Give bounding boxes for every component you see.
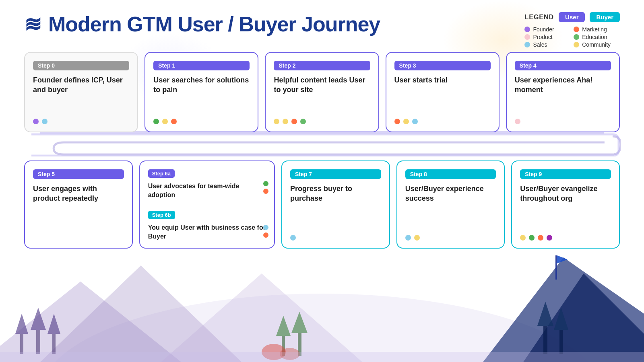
step-9-badge: Step 9 [520,169,611,179]
bottom-row: Step 5 User engages with product repeate… [20,160,624,249]
legend-header: LEGEND User Buyer [524,12,620,22]
step-6b-description: You equip User with business case for Bu… [148,223,266,241]
legend-item-marketing: Marketing [574,26,611,33]
svg-rect-7 [543,326,547,354]
step-4-dots [515,119,611,124]
step-6a-dots-right [263,181,268,194]
landscape-decoration [0,233,644,362]
step-6a-badge: Step 6a [148,169,175,178]
step-0-badge: Step 0 [33,61,129,70]
product-label: Product [533,34,552,40]
step-4-description: User experiences Aha! moment [515,75,611,113]
svg-rect-9 [559,330,563,354]
step-8-card: Step 8 User/Buyer experience success [396,160,505,249]
step-9-dot-3 [538,235,543,241]
legend-badge-user: User [559,12,585,22]
main-title: Modern GTM User / Buyer Journey [48,12,380,36]
step-9-dot-1 [520,235,526,241]
product-dot [524,34,530,40]
step-1-description: User searches for solutions to pain [153,75,250,113]
step-9-description: User/Buyer evangelize throughout org [520,184,611,229]
step-3-dot-2 [403,119,409,124]
step-2-dots [274,119,370,124]
step-4-card: Step 4 User experiences Aha! moment [506,52,620,132]
sales-label: Sales [533,41,547,48]
legend-item-founder: Founder [524,26,561,33]
founder-label: Founder [533,26,554,33]
svg-rect-17 [555,255,557,280]
step-3-dots [394,119,491,124]
step-0-dot-1 [33,119,39,124]
top-row: Step 0 Founder defines ICP, User and buy… [20,52,624,132]
step-0-dot-2 [42,119,47,124]
sales-dot [524,42,530,47]
step-6b-badge: Step 6b [148,211,175,219]
step-1-badge: Step 1 [153,61,250,70]
step-2-description: Helpful content leads User to your site [274,75,370,113]
step-6-card: Step 6a User advocates for team-wide ado… [139,160,275,249]
step-7-card: Step 7 Progress buyer to purchase [281,160,390,249]
legend-title: LEGEND [524,14,554,21]
svg-rect-3 [36,330,40,354]
legend-item-community: Community [574,41,611,48]
step-6a-dot-1 [263,181,268,186]
step-3-dot-3 [412,119,418,124]
step-2-dot-1 [274,119,279,124]
legend-items: Founder Marketing Product Education Sale… [524,26,611,48]
step-8-dot-1 [405,235,411,241]
step-6a-section: Step 6a User advocates for team-wide ado… [148,169,266,199]
step-7-dots [290,235,381,241]
step-1-dot-1 [153,119,159,124]
legend-item-sales: Sales [524,41,561,48]
svg-marker-2 [15,314,28,334]
step-5-badge: Step 5 [33,169,124,179]
step-5-card: Step 5 User engages with product repeate… [24,160,133,249]
step-8-badge: Step 8 [405,169,496,179]
education-dot [574,34,579,40]
step-9-dot-4 [547,235,552,241]
step-8-dot-2 [414,235,420,241]
svg-rect-5 [52,334,56,354]
step-7-dot-1 [290,235,296,241]
step-6a-dot-2 [263,189,268,194]
step-7-badge: Step 7 [290,169,381,179]
step-4-dot-1 [515,119,520,124]
step-1-dot-2 [162,119,168,124]
legend-item-education: Education [574,34,611,40]
step-0-card: Step 0 Founder defines ICP, User and buy… [24,52,138,132]
step-5-description: User engages with product repeatedly [33,184,124,235]
step-6-divider [148,205,266,205]
step-7-description: Progress buyer to purchase [290,184,381,229]
svg-rect-19 [0,352,644,362]
founder-dot [524,27,530,32]
step-1-card: Step 1 User searches for solutions to pa… [144,52,258,132]
step-9-card: Step 9 User/Buyer evangelize throughout … [511,160,620,249]
main-content: Step 0 Founder defines ICP, User and buy… [0,52,644,249]
step-6b-dot-1 [263,225,268,230]
step-6a-description: User advocates for team-wide adoption [148,182,266,199]
step-3-description: User starts trial [394,75,491,113]
step-1-dot-3 [171,119,177,124]
community-label: Community [582,41,611,48]
step-2-badge: Step 2 [274,61,370,70]
legend-area: LEGEND User Buyer Founder Marketing Prod… [524,12,620,48]
step-9-dots [520,235,611,241]
step-2-dot-2 [283,119,288,124]
step-0-dots [33,119,129,124]
legend-badge-buyer: Buyer [590,12,620,22]
step-6b-dot-2 [263,232,268,238]
step-0-description: Founder defines ICP, User and buyer [33,75,129,113]
step-2-card: Step 2 Helpful content leads User to you… [265,52,379,132]
step-3-badge: Step 3 [394,61,491,70]
legend-item-product: Product [524,34,561,40]
step-8-description: User/Buyer experience success [405,184,496,229]
step-3-dot-1 [394,119,400,124]
logo-icon: ≋ [24,14,42,35]
step-2-dot-4 [300,119,306,124]
step-8-dots [405,235,496,241]
step-6b-dots-right [263,225,268,238]
header: ≋ Modern GTM User / Buyer Journey LEGEND… [0,0,644,52]
snake-connector [23,132,621,156]
step-3-card: Step 3 User starts trial [386,52,500,132]
community-dot [574,42,579,47]
